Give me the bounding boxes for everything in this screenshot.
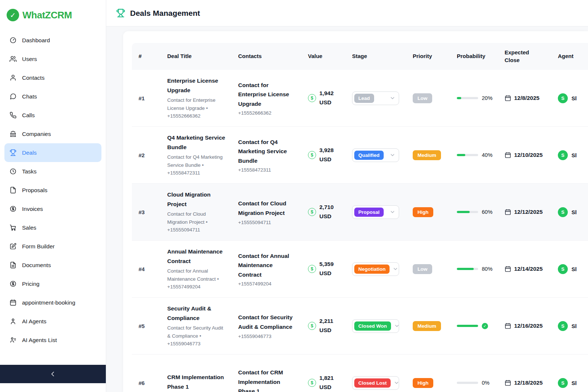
- sidebar-item-appointment-booking[interactable]: appointment-booking: [4, 293, 101, 312]
- expected-close-date: 12/10/2025: [514, 152, 543, 158]
- stage-cell: Closed Won: [345, 319, 406, 333]
- contact-cell: Contact for Q4 Marketing Service Bundle …: [232, 137, 301, 173]
- page-title: Deals Management: [130, 9, 200, 18]
- dollar-circle-icon: $: [308, 208, 316, 216]
- contact-phone: +15557499204: [238, 281, 295, 287]
- sidebar-item-ai-agents-list[interactable]: AI Agents List: [4, 331, 101, 349]
- value-cell: $ 2,211 USD: [301, 317, 345, 335]
- priority-badge: High: [413, 207, 433, 217]
- probability-bar: [457, 97, 478, 99]
- sidebar-item-deals[interactable]: Deals: [4, 143, 101, 162]
- probability-cell: 80%: [450, 266, 498, 272]
- expected-close-date: 12/12/2025: [514, 209, 543, 215]
- agent-avatar: S: [558, 378, 568, 388]
- agent-list-icon: [10, 337, 17, 344]
- sidebar-item-label: AI Agents: [22, 318, 46, 325]
- calendar-icon: [505, 380, 511, 386]
- priority-cell: Medium: [406, 321, 450, 331]
- sidebar-item-chats[interactable]: Chats: [4, 87, 101, 106]
- contact-phone: +15552666362: [238, 110, 295, 116]
- deal-title-cell: Security Audit & Compliance Contact for …: [161, 304, 232, 348]
- sidebar-item-label: AI Agents List: [22, 337, 57, 344]
- column-header-contacts: Contacts: [232, 53, 301, 60]
- sidebar-item-label: Proposals: [22, 187, 47, 194]
- deal-title-cell: CRM Implementation Phase 1: [161, 373, 232, 392]
- sidebar-item-companies[interactable]: Companies: [4, 125, 101, 143]
- expected-close-cell: 12/18/2025: [498, 380, 551, 386]
- deal-currency: USD: [319, 326, 333, 335]
- deal-value: 2,710: [319, 203, 334, 212]
- sidebar-item-contacts[interactable]: Contacts: [4, 68, 101, 87]
- dollar-circle-icon: $: [308, 379, 316, 387]
- stage-badge: Proposal: [354, 208, 384, 217]
- deal-subtitle: Contact for Enterprise License Upgrade •…: [167, 96, 226, 120]
- priority-cell: Medium: [406, 150, 450, 160]
- probability-bar: [457, 211, 478, 213]
- deal-subtitle: Contact for Cloud Migration Project • +1…: [167, 210, 226, 234]
- column-header-priority: Priority: [406, 53, 450, 60]
- chevron-down-icon: [390, 95, 395, 101]
- stage-cell: Qualified: [345, 148, 406, 162]
- sidebar-item-proposals[interactable]: Proposals: [4, 181, 101, 199]
- sidebar-item-tasks[interactable]: Tasks: [4, 162, 101, 181]
- app-logo-text: WhatZCRM: [22, 10, 72, 21]
- column-header-agent: Agent: [551, 53, 588, 60]
- dollar-circle-icon: [10, 280, 17, 287]
- deal-currency: USD: [319, 98, 334, 107]
- sidebar-item-ai-agents[interactable]: AI Agents: [4, 312, 101, 331]
- deal-currency: USD: [319, 155, 334, 164]
- deal-number: #5: [132, 323, 161, 329]
- stage-select[interactable]: Qualified: [352, 148, 399, 162]
- calendar-icon: [10, 299, 17, 306]
- column-header-expected-close: Expected Close: [498, 49, 551, 64]
- stage-select[interactable]: Lead: [352, 91, 399, 105]
- deal-subtitle: Contact for Security Audit & Compliance …: [167, 324, 226, 348]
- table-body: #1 Enterprise License Upgrade Contact fo…: [132, 70, 588, 392]
- contact-name: Contact for Security Audit & Compliance: [238, 313, 295, 331]
- dollar-circle-icon: $: [308, 265, 316, 273]
- sidebar-item-documents[interactable]: Documents: [4, 256, 101, 274]
- contact-phone: +15558472311: [238, 167, 295, 173]
- sidebar-item-label: Dashboard: [22, 37, 50, 44]
- stage-select[interactable]: Proposal: [352, 205, 399, 219]
- contact-cell: Contact for Security Audit & Compliance …: [232, 313, 301, 339]
- stage-cell: Negotiation: [345, 262, 406, 276]
- stage-select[interactable]: Closed Won: [352, 319, 399, 333]
- sidebar-item-label: Companies: [22, 131, 51, 137]
- expected-close-cell: 12/12/2025: [498, 209, 551, 215]
- table-row: #3 Cloud Migration Project Contact for C…: [132, 184, 588, 241]
- deal-title: Cloud Migration Project: [167, 190, 226, 209]
- stage-select[interactable]: Closed Lost: [352, 376, 399, 390]
- sidebar-item-pricing[interactable]: Pricing: [4, 274, 101, 293]
- sidebar-nav: Dashboard Users Contacts Chats Calls Com…: [4, 31, 101, 349]
- agent-cell: S Sl: [551, 321, 588, 331]
- sidebar-item-label: Calls: [22, 112, 35, 119]
- deal-title-cell: Annual Maintenance Contract Contact for …: [161, 247, 232, 291]
- page-header: Deals Management: [106, 0, 588, 26]
- sidebar-item-sales[interactable]: Sales: [4, 218, 101, 237]
- agent-avatar: S: [558, 264, 568, 274]
- column-header-: #: [132, 53, 161, 60]
- deal-title-cell: Q4 Marketing Service Bundle Contact for …: [161, 133, 232, 177]
- deal-title: CRM Implementation Phase 1: [167, 373, 226, 391]
- sidebar-item-form-builder[interactable]: Form Builder: [4, 237, 101, 256]
- probability-value: 40%: [482, 152, 492, 158]
- sidebar-collapse-button[interactable]: [0, 365, 106, 383]
- deal-value: 5,359: [319, 260, 334, 269]
- value-cell: $ 5,359 USD: [301, 260, 345, 278]
- stage-cell: Closed Lost: [345, 376, 406, 390]
- priority-badge: Low: [413, 264, 432, 274]
- stage-select[interactable]: Negotiation: [352, 262, 399, 276]
- sidebar-item-users[interactable]: Users: [4, 50, 101, 68]
- sidebar-item-calls[interactable]: Calls: [4, 106, 101, 125]
- cart-icon: [10, 224, 17, 231]
- probability-value: 80%: [482, 266, 492, 272]
- contact-name: Contact for Enterprise License Upgrade: [238, 80, 295, 109]
- chevron-down-icon: [392, 266, 398, 272]
- sidebar-item-dashboard[interactable]: Dashboard: [4, 31, 101, 50]
- dollar-circle-icon: $: [308, 151, 316, 159]
- sidebar-item-invoices[interactable]: Invoices: [4, 199, 101, 218]
- probability-cell: 0%: [450, 380, 498, 386]
- app-logo[interactable]: ✓ WhatZCRM: [4, 8, 101, 31]
- probability-cell: 20%: [450, 95, 498, 101]
